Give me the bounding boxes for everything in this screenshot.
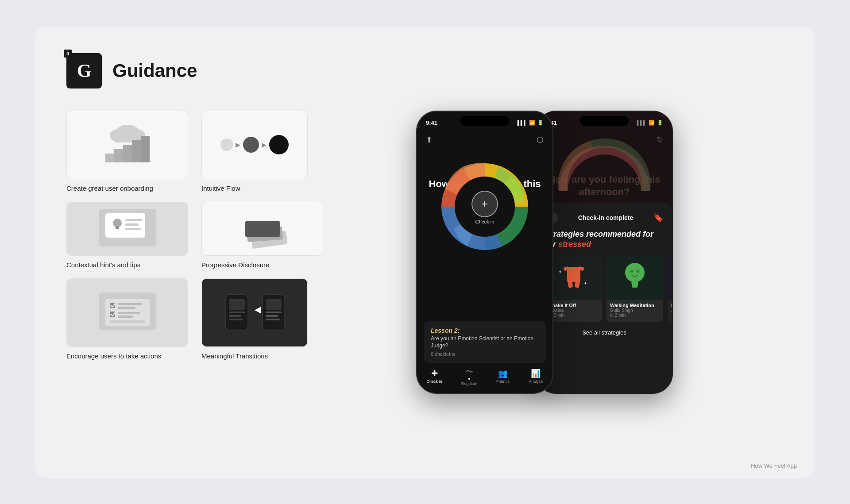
status-icons-front: ▌▌▌ 📶 🔋 — [518, 120, 544, 126]
left-panel: 4 G Guidance — [66, 53, 323, 451]
strategy-card-title-1: Shake It Off — [549, 303, 599, 308]
nav-analyze[interactable]: 📊 Analyze — [529, 369, 543, 384]
nav-checkin-label: Check in — [427, 379, 442, 384]
battery-icon-back: 🔋 — [657, 120, 663, 126]
svg-rect-41 — [266, 315, 278, 317]
nav-regulate[interactable]: 〜 Regulate — [461, 366, 477, 386]
checkin-label: Check in — [475, 219, 495, 224]
svg-rect-30 — [118, 315, 133, 318]
nav-friends-label: Friends — [496, 379, 510, 384]
card-image-encourage — [66, 278, 188, 347]
card-encourage: Encourage users to take actions — [66, 278, 188, 361]
svg-text:~: ~ — [644, 275, 646, 279]
svg-rect-4 — [105, 154, 114, 162]
strategy-card-duration-1: ▷ 2 min — [549, 313, 599, 318]
card-progressive: Progressive Disclosure — [201, 202, 323, 269]
card-label-flow: Intuitive Flow — [201, 184, 308, 193]
strategy-card-author-2: Gullu Singh — [610, 308, 660, 313]
modal-header: ✕ Check-in complete 🔖 — [545, 212, 663, 224]
card-image-onboarding — [66, 111, 188, 179]
strategy-card-author-3: J... — [671, 308, 673, 313]
slide: 4 G Guidance — [35, 27, 815, 478]
strategy-cards-container: ✦ ✦ Shake It Off Atasiea ▷ 2 min — [545, 256, 663, 322]
status-icons-back: ▌▌▌ 📶 🔋 — [637, 120, 663, 126]
strategy-card-info-1: Shake It Off Atasiea ▷ 2 min — [545, 300, 602, 320]
battery-icon: 🔋 — [537, 120, 544, 126]
status-time-front: 9:41 — [426, 119, 437, 126]
wifi-icon: 📶 — [529, 120, 535, 126]
card-image-progressive — [201, 202, 323, 256]
strategy-card-3[interactable]: F... J... — [668, 256, 673, 322]
svg-rect-44 — [567, 267, 580, 282]
signal-icon-back: ▌▌▌ — [637, 120, 646, 125]
phone-front-wrapper: 9:41 ▌▌▌ 📶 🔋 ⬆ ⬡ How are you feeling thi… — [416, 111, 553, 394]
svg-text:✦: ✦ — [558, 269, 562, 274]
card-label-transitions: Meaningful Transitions — [201, 351, 308, 361]
card-image-hints — [66, 202, 188, 256]
modal-title: Check-in complete — [578, 214, 633, 221]
nav-friends-icon: 👥 — [498, 369, 508, 378]
svg-rect-25 — [118, 307, 135, 309]
strategy-card-img-1: ✦ ✦ — [545, 256, 602, 300]
checkin-plus-icon[interactable]: + — [471, 191, 498, 217]
phone-back: 9:41 ▌▌▌ 📶 🔋 ⬆ ↻ How are you feeling thi… — [536, 111, 673, 394]
lesson-card-front: Lesson 2: Are you an Emotion Scientist o… — [424, 321, 546, 362]
nav-checkin[interactable]: ✚ Check in — [427, 369, 442, 384]
header-title: Guidance — [112, 60, 197, 81]
card-label-progressive: Progressive Disclosure — [201, 260, 308, 269]
svg-text:✦: ✦ — [584, 281, 587, 285]
nav-checkin-icon: ✚ — [431, 369, 438, 378]
right-panel: 9:41 ▌▌▌ 📶 🔋 ⬆ ⬡ How are you feeling thi… — [323, 53, 784, 451]
modal-strategies-text: Strategies recommended for for stressed — [545, 229, 663, 250]
card-transitions: Meaningful Transitions — [201, 278, 323, 361]
share-icon: ⬆ — [426, 135, 433, 145]
checkin-modal: ✕ Check-in complete 🔖 Strategies recomme… — [537, 203, 672, 393]
settings-icon: ⬡ — [537, 135, 544, 145]
phone-front: 9:41 ▌▌▌ 📶 🔋 ⬆ ⬡ How are you feeling thi… — [416, 111, 553, 394]
strategy-card-info-2: Walking Meditation Gullu Singh ▷ 2 min — [607, 300, 663, 320]
svg-rect-29 — [118, 312, 140, 314]
card-image-flow: ▶ ▶ — [201, 111, 308, 179]
svg-text:~: ~ — [620, 266, 622, 270]
svg-rect-14 — [125, 223, 139, 226]
number-badge: 4 — [64, 50, 72, 58]
nav-analyze-icon: 📊 — [531, 369, 541, 378]
nav-friends[interactable]: 👥 Friends — [496, 369, 510, 384]
phone-back-wrapper: 9:41 ▌▌▌ 📶 🔋 ⬆ ↻ How are you feeling thi… — [536, 111, 673, 394]
lesson-subtitle: Are you an Emotion Scientist or an Emoti… — [431, 335, 539, 349]
cards-grid: Create great user onboarding ▶ ▶ Intuiti… — [66, 111, 323, 361]
svg-rect-36 — [229, 319, 243, 320]
logo-letter: G — [77, 60, 92, 81]
lesson-title: Lesson 2: — [431, 327, 539, 334]
card-label-hints: Contextual hint's and tips — [66, 260, 173, 269]
svg-rect-40 — [266, 312, 282, 313]
svg-point-52 — [630, 270, 633, 273]
phone-toolbar-back: ⬆ ↻ — [537, 131, 672, 149]
refresh-icon-back: ↻ — [657, 135, 663, 145]
modal-bookmark-icon: 🔖 — [653, 213, 663, 223]
svg-rect-6 — [123, 145, 132, 162]
svg-rect-10 — [105, 213, 145, 238]
svg-rect-35 — [229, 315, 241, 317]
nav-regulate-label: Regulate — [461, 381, 477, 386]
nav-regulate-icon: 〜 — [465, 366, 473, 377]
svg-rect-13 — [125, 219, 142, 221]
see-all-strategies-button[interactable]: See all strategies — [545, 329, 663, 336]
strategy-card-author-1: Atasiea — [549, 308, 599, 313]
svg-point-51 — [625, 263, 645, 282]
emotion-wheel-front: + Check in — [432, 154, 538, 262]
svg-rect-15 — [125, 228, 141, 230]
strategy-card-title-2: Walking Meditation — [610, 303, 660, 308]
attribution: How We Feel App — [751, 462, 797, 469]
strategy-card-2[interactable]: ~ ~ Walking Meditation Gullu Singh ▷ 2 m… — [607, 256, 663, 322]
strategy-card-1[interactable]: ✦ ✦ Shake It Off Atasiea ▷ 2 min — [545, 256, 602, 322]
svg-rect-12 — [116, 227, 119, 229]
signal-icon: ▌▌▌ — [518, 120, 527, 125]
nav-analyze-label: Analyze — [529, 379, 543, 384]
svg-rect-8 — [141, 136, 150, 162]
svg-rect-39 — [266, 299, 282, 310]
svg-rect-31 — [110, 320, 145, 323]
card-image-transitions — [201, 278, 308, 347]
wifi-icon-back: 📶 — [649, 120, 655, 126]
svg-marker-37 — [255, 307, 261, 314]
